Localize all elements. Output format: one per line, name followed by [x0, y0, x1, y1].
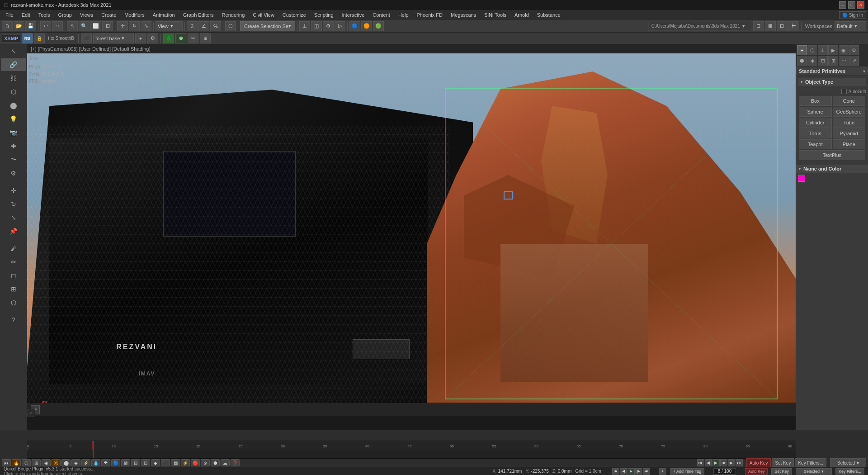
anim-icon-22[interactable]: ⬢: [211, 459, 220, 466]
menu-megascans[interactable]: Megascans: [447, 11, 480, 19]
key-filters-button[interactable]: Key Filters...: [795, 458, 826, 467]
anim-icon-16[interactable]: ◆: [151, 459, 160, 466]
anim-icon-4[interactable]: ⊞: [32, 459, 41, 466]
menu-file[interactable]: File: [2, 11, 17, 19]
object-type-header[interactable]: Object Type: [798, 78, 866, 86]
primitive-cylinder[interactable]: Cylinder: [799, 118, 832, 128]
tab-create[interactable]: +: [797, 45, 807, 55]
display-btn-1[interactable]: ⬛: [81, 33, 92, 43]
anim-icon-1[interactable]: ⏮: [2, 459, 11, 466]
menu-interactive[interactable]: Interactive: [338, 11, 368, 19]
anim-icon-17[interactable]: ⬛: [161, 459, 170, 466]
menu-customize[interactable]: Customize: [279, 11, 310, 19]
viewport-corner-btn[interactable]: ⤢: [27, 409, 35, 417]
mirror-button[interactable]: ⬡: [225, 21, 236, 31]
frame-number[interactable]: 8 / 100: [713, 468, 736, 475]
menu-group[interactable]: Group: [54, 11, 75, 19]
toolbar-right-btn-2[interactable]: ⊠: [765, 21, 776, 31]
forest-btn-3[interactable]: ✂: [188, 33, 198, 43]
plugin-btn-3[interactable]: 🟢: [373, 21, 384, 31]
anim-icon-3[interactable]: ⬡: [22, 459, 31, 466]
status-auto-key[interactable]: Auto Key: [745, 468, 768, 475]
menu-modifiers[interactable]: Modifiers: [121, 11, 148, 19]
tab-display[interactable]: ◉: [839, 45, 849, 55]
menu-graph-editors[interactable]: Graph Editors: [179, 11, 217, 19]
go-to-start-btn[interactable]: ⏮: [697, 459, 704, 466]
anim-nav-2[interactable]: ◀: [620, 468, 627, 475]
tab-hierarchy[interactable]: ⊥: [818, 45, 828, 55]
window-crossing-button[interactable]: ⊞: [102, 21, 113, 31]
workspace-dropdown[interactable]: Default ▾: [835, 21, 866, 31]
anim-icon-9[interactable]: ⚡: [81, 459, 90, 466]
menu-animation[interactable]: Animation: [149, 11, 179, 19]
anim-icon-14[interactable]: ⊟: [131, 459, 140, 466]
add-btn[interactable]: +: [135, 33, 146, 43]
anim-icon-10[interactable]: 💧: [91, 459, 100, 466]
sidebar-shape-icon[interactable]: ⬤: [1, 99, 26, 112]
tab-motion[interactable]: ▶: [828, 45, 838, 55]
undo-button[interactable]: ↩: [40, 21, 51, 31]
anim-icon-21[interactable]: ⊗: [201, 459, 210, 466]
create-selection-button[interactable]: Create Selection Se ▾: [240, 21, 295, 31]
3d-snap-button[interactable]: 3: [187, 21, 198, 31]
forest-btn-4[interactable]: ⊞: [200, 33, 211, 43]
sidebar-scale-icon[interactable]: ⤡: [1, 211, 26, 224]
right-panel-content[interactable]: Object Type AutoGrid Box Cone Sphere Geo…: [796, 76, 868, 475]
anim-icon-19[interactable]: ⚡: [181, 459, 190, 466]
primitive-torus[interactable]: Torus: [799, 128, 832, 138]
scale-button[interactable]: ⤡: [141, 21, 151, 31]
viewport[interactable]: Total Polys: 17,873,017 Verts: 21,236,69…: [27, 53, 796, 416]
tab-extra2[interactable]: ◈: [807, 56, 817, 66]
sidebar-pencil-icon[interactable]: ✏: [1, 256, 26, 268]
render-button[interactable]: ▷: [335, 21, 345, 31]
anim-icon-7[interactable]: ⬤: [61, 459, 71, 466]
lock-btn[interactable]: 🔒: [34, 33, 45, 43]
anim-icon-5[interactable]: ◉: [42, 459, 51, 466]
menu-phoenix[interactable]: Phoenix FD: [413, 11, 446, 19]
percent-snap-button[interactable]: %: [210, 21, 221, 31]
name-color-swatch[interactable]: [798, 175, 805, 182]
xsmp-btn[interactable]: RB: [22, 33, 33, 43]
path-display[interactable]: C:\Users\Mojtaba\Documents\3ds Max 2021 …: [648, 22, 749, 31]
sidebar-move-icon[interactable]: ✛: [1, 184, 26, 197]
prev-frame-btn[interactable]: ◀: [705, 459, 712, 466]
anim-icon-12[interactable]: 🔵: [111, 459, 120, 466]
tab-extra1[interactable]: ⬢: [797, 56, 807, 66]
rotate-button[interactable]: ↻: [129, 21, 140, 31]
sidebar-system-icon[interactable]: ⚙: [1, 167, 26, 180]
status-selected-dropdown[interactable]: Selected ▾: [796, 468, 832, 475]
sidebar-place-icon[interactable]: 📌: [1, 225, 26, 238]
save-file-button[interactable]: 💾: [25, 21, 36, 31]
anim-icon-11[interactable]: 🌪: [101, 459, 110, 466]
anim-nav-5[interactable]: ⏭: [643, 468, 650, 475]
redo-button[interactable]: ↪: [52, 21, 63, 31]
tab-modify[interactable]: ⬡: [807, 45, 817, 55]
toolbar-right-btn-1[interactable]: ⊟: [753, 21, 764, 31]
sidebar-rotate-icon[interactable]: ↻: [1, 198, 26, 210]
close-button[interactable]: ✕: [857, 1, 864, 9]
tab-extra3[interactable]: ⊟: [818, 56, 828, 66]
forest-btn-1[interactable]: 🌲: [163, 33, 174, 43]
anim-icon-15[interactable]: ⊡: [141, 459, 150, 466]
set-key-button[interactable]: Set Key: [772, 458, 794, 467]
primitive-sphere[interactable]: Sphere: [799, 107, 832, 117]
sidebar-select-icon[interactable]: ↖: [1, 45, 26, 57]
new-file-button[interactable]: 🗋: [2, 21, 13, 31]
sidebar-unlink-icon[interactable]: ⛓: [1, 72, 26, 85]
anim-nav-3[interactable]: ▶: [627, 468, 635, 475]
sidebar-light-icon[interactable]: 💡: [1, 113, 26, 125]
menu-scripting[interactable]: Scripting: [311, 11, 337, 19]
select-by-name-button[interactable]: 🔍: [79, 21, 90, 31]
menu-substance[interactable]: Substance: [533, 11, 564, 19]
play-btn[interactable]: ▶: [712, 459, 720, 466]
add-time-tag-btn[interactable]: + Add Time Tag: [670, 468, 704, 475]
rect-select-button[interactable]: ⬜: [90, 21, 101, 31]
config-btn[interactable]: ⚙: [147, 33, 158, 43]
primitive-plane[interactable]: Plane: [833, 139, 866, 149]
next-frame-btn[interactable]: ▶: [728, 459, 735, 466]
material-editor-button[interactable]: ◫: [311, 21, 322, 31]
primitive-textplus[interactable]: TextPlus: [799, 150, 865, 160]
primitive-cone[interactable]: Cone: [833, 96, 866, 106]
tab-utilities[interactable]: ⚙: [849, 45, 859, 55]
tab-extra5[interactable]: ⋯: [839, 56, 849, 66]
